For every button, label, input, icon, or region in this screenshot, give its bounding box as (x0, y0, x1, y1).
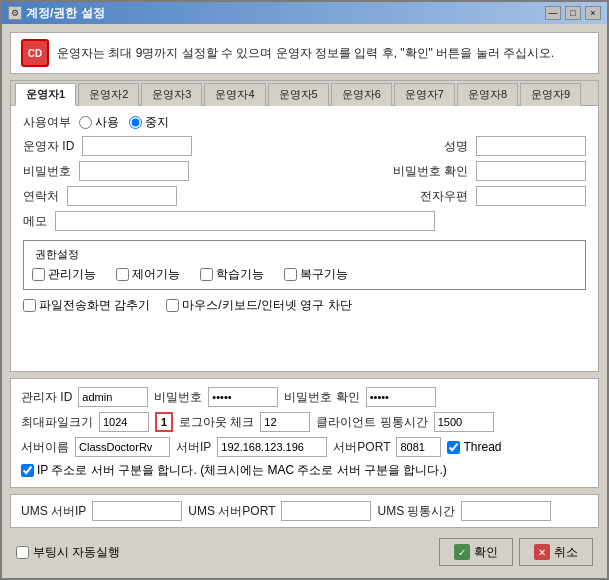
perm-restore-checkbox[interactable] (284, 268, 297, 281)
perm-learn-checkbox[interactable] (200, 268, 213, 281)
radio-use-label: 사용 (95, 114, 119, 131)
ok-button[interactable]: ✓ 확인 (439, 538, 513, 566)
admin-pw-input[interactable] (208, 387, 278, 407)
confirm-label: 비밀번호 확인 (393, 163, 468, 180)
max-files-highlight: 1 (155, 412, 173, 432)
perm-learn-label: 학습기능 (216, 266, 264, 283)
email-label: 전자우편 (420, 188, 468, 205)
server-info-row: 서버이름 서버IP 서버PORT Thread (21, 437, 588, 457)
ums-ip-input[interactable] (92, 501, 182, 521)
userid-label: 운영자 ID (23, 138, 74, 155)
tab-operator9[interactable]: 운영자9 (520, 83, 581, 106)
permission-title: 권한설정 (32, 247, 82, 262)
ums-port-input[interactable] (281, 501, 371, 521)
tab-operator1[interactable]: 운영자1 (15, 83, 76, 106)
tab-operator4[interactable]: 운영자4 (204, 83, 265, 106)
keyboard-block-item: 마우스/키보드/인터넷 영구 차단 (166, 297, 351, 314)
close-button[interactable]: × (585, 6, 601, 20)
bottom-checks: 파일전송화면 감추기 마우스/키보드/인터넷 영구 차단 (23, 297, 586, 314)
tab-operator7[interactable]: 운영자7 (394, 83, 455, 106)
radio-stop-label: 중지 (145, 114, 169, 131)
email-input[interactable] (476, 186, 586, 206)
perm-control-checkbox[interactable] (116, 268, 129, 281)
cancel-button[interactable]: ✕ 취소 (519, 538, 593, 566)
admin-confirm-label: 비밀번호 확인 (284, 389, 359, 406)
admin-id-label: 관리자 ID (21, 389, 72, 406)
memo-input[interactable] (55, 211, 435, 231)
server-section: 관리자 ID 비밀번호 비밀번호 확인 최대파일크기 1 로그아웃 체크 클라이… (10, 378, 599, 488)
ok-icon: ✓ (454, 544, 470, 560)
server-ip-label: 서버IP (176, 439, 211, 456)
server-prog-input[interactable] (75, 437, 170, 457)
permission-section: 권한설정 관리기능 제어기능 학습기능 (23, 240, 586, 290)
thread-label: Thread (463, 440, 501, 454)
memo-row: 메모 (23, 211, 586, 231)
ip-mac-row: IP 주소로 서버 구분을 합니다. (체크시에는 MAC 주소로 서버 구분을… (21, 462, 588, 479)
ums-ping-input[interactable] (461, 501, 551, 521)
name-input[interactable] (476, 136, 586, 156)
keyboard-block-label: 마우스/키보드/인터넷 영구 차단 (182, 297, 351, 314)
tabs-section: 운영자1 운영자2 운영자3 운영자4 운영자5 운영자6 운영자7 운영자8 … (10, 80, 599, 372)
max-files-input[interactable] (99, 412, 149, 432)
perm-control-label: 제어기능 (132, 266, 180, 283)
ums-port-label: UMS 서버PORT (188, 503, 275, 520)
ums-row: UMS 서버IP UMS 서버PORT UMS 핑통시간 (21, 501, 588, 521)
use-radio-group: 사용 중지 (79, 114, 169, 131)
tab-operator5[interactable]: 운영자5 (268, 83, 329, 106)
permission-row: 관리기능 제어기능 학습기능 복구기능 (32, 266, 577, 283)
ums-ip-label: UMS 서버IP (21, 503, 86, 520)
tab-content: 사용여부 사용 중지 운영자 ID (11, 106, 598, 371)
thread-checkbox[interactable] (447, 441, 460, 454)
radio-use[interactable] (79, 116, 92, 129)
radio-stop[interactable] (129, 116, 142, 129)
phone-email-row: 연락처 전자우편 (23, 186, 586, 206)
confirm-input[interactable] (476, 161, 586, 181)
window-icon: ⚙ (8, 6, 22, 20)
ip-mac-label: IP 주소로 서버 구분을 합니다. (체크시에는 MAC 주소로 서버 구분을… (37, 462, 447, 479)
ping-input[interactable] (434, 412, 494, 432)
thread-item: Thread (447, 440, 501, 454)
server-port-input[interactable] (396, 437, 441, 457)
memo-label: 메모 (23, 213, 47, 230)
phone-label: 연락처 (23, 188, 59, 205)
server-ip-input[interactable] (217, 437, 327, 457)
password-label: 비밀번호 (23, 163, 71, 180)
ping-label: 클라이언트 핑통시간 (316, 414, 427, 431)
tab-operator2[interactable]: 운영자2 (78, 83, 139, 106)
minimize-button[interactable]: — (545, 6, 561, 20)
ip-mac-checkbox[interactable] (21, 464, 34, 477)
screen-hide-checkbox[interactable] (23, 299, 36, 312)
maximize-button[interactable]: □ (565, 6, 581, 20)
logout-check-label: 로그아웃 체크 (179, 414, 254, 431)
admin-row: 관리자 ID 비밀번호 비밀번호 확인 (21, 387, 588, 407)
name-label: 성명 (444, 138, 468, 155)
window-title: 계정/권한 설정 (26, 5, 541, 22)
admin-confirm-input[interactable] (366, 387, 436, 407)
tab-operator3[interactable]: 운영자3 (141, 83, 202, 106)
perm-manage-checkbox[interactable] (32, 268, 45, 281)
cancel-label: 취소 (554, 544, 578, 561)
perm-learn-item: 학습기능 (200, 266, 264, 283)
autostart-label: 부팅시 자동실행 (33, 544, 120, 561)
title-bar: ⚙ 계정/권한 설정 — □ × (2, 2, 607, 24)
ok-label: 확인 (474, 544, 498, 561)
admin-id-input[interactable] (78, 387, 148, 407)
admin-pw-label: 비밀번호 (154, 389, 202, 406)
keyboard-block-checkbox[interactable] (166, 299, 179, 312)
action-buttons: ✓ 확인 ✕ 취소 (439, 538, 593, 566)
phone-input[interactable] (67, 186, 177, 206)
perm-manage-label: 관리기능 (48, 266, 96, 283)
autostart-checkbox[interactable] (16, 546, 29, 559)
perm-control-item: 제어기능 (116, 266, 180, 283)
info-message: 운영자는 최대 9명까지 설정할 수 있으며 운영자 정보를 입력 후, "확인… (57, 45, 554, 62)
tab-operator8[interactable]: 운영자8 (457, 83, 518, 106)
cancel-icon: ✕ (534, 544, 550, 560)
ums-ping-label: UMS 핑통시간 (377, 503, 455, 520)
autostart-row: 부팅시 자동실행 (16, 544, 120, 561)
window-content: CD 운영자는 최대 9명까지 설정할 수 있으며 운영자 정보를 입력 후, … (2, 24, 607, 578)
screen-hide-label: 파일전송화면 감추기 (39, 297, 150, 314)
userid-input[interactable] (82, 136, 192, 156)
tab-operator6[interactable]: 운영자6 (331, 83, 392, 106)
logout-check-input[interactable] (260, 412, 310, 432)
password-input[interactable] (79, 161, 189, 181)
